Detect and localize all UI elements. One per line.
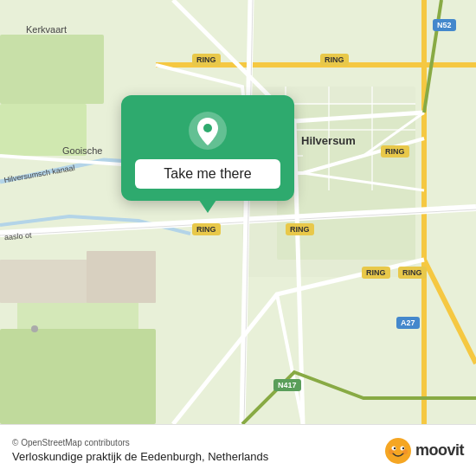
svg-point-16 bbox=[402, 447, 404, 448]
road-badge-a27: A27 bbox=[396, 317, 420, 329]
svg-point-17 bbox=[389, 449, 394, 454]
svg-rect-6 bbox=[0, 260, 87, 303]
ring-badge-5: RING bbox=[286, 223, 314, 235]
location-pin-icon bbox=[188, 111, 228, 151]
svg-rect-4 bbox=[0, 329, 156, 424]
footer-info: © OpenStreetMap contributors Verloskundi… bbox=[12, 438, 268, 463]
map-area: Kerkvaart Gooische Hilversum Hilversumsc… bbox=[0, 0, 476, 424]
svg-point-15 bbox=[394, 447, 396, 448]
footer-bar: © OpenStreetMap contributors Verloskundi… bbox=[0, 424, 476, 476]
ring-badge-6: RING bbox=[362, 267, 390, 279]
road-badge-n417: N417 bbox=[273, 379, 301, 391]
ring-badge-3: RING bbox=[381, 145, 409, 158]
svg-point-18 bbox=[402, 449, 408, 454]
svg-point-9 bbox=[31, 325, 38, 332]
location-popup: Take me there bbox=[121, 95, 294, 201]
moovit-face-icon bbox=[384, 437, 412, 465]
road-badge-n52: N52 bbox=[433, 19, 456, 31]
ring-badge-4: RING bbox=[192, 223, 221, 235]
moovit-logo: moovit bbox=[384, 437, 464, 465]
svg-rect-5 bbox=[87, 251, 156, 303]
svg-rect-1 bbox=[0, 35, 104, 104]
label-hilversum: Hilversum bbox=[301, 134, 356, 147]
take-me-there-button[interactable]: Take me there bbox=[135, 159, 280, 189]
ring-badge-7: RING bbox=[398, 267, 427, 279]
svg-point-11 bbox=[203, 124, 212, 132]
label-gooische: Gooische bbox=[62, 145, 102, 156]
label-kerkvaart: Kerkvaart bbox=[26, 24, 67, 35]
footer-location: Verloskundige praktijk de Eedenburgh, Ne… bbox=[12, 450, 268, 463]
footer-copyright: © OpenStreetMap contributors bbox=[12, 438, 268, 447]
moovit-text: moovit bbox=[415, 441, 464, 460]
ring-badge-1: RING bbox=[192, 54, 221, 66]
ring-badge-2: RING bbox=[320, 54, 349, 66]
